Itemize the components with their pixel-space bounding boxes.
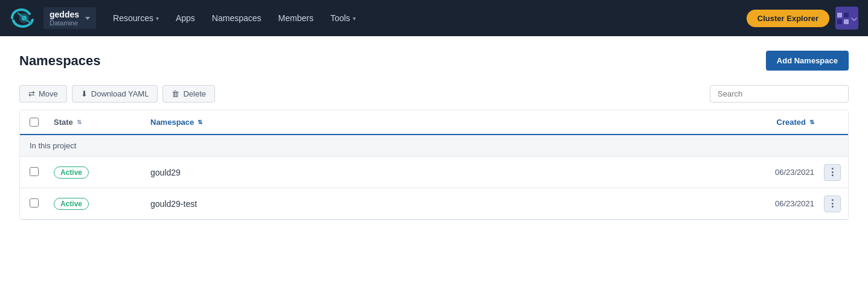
row-checkbox-1[interactable]	[25, 161, 49, 184]
table-row: Active gould29-test 06/23/2021 ⋮	[20, 188, 848, 220]
avatar-button[interactable]	[835, 7, 858, 30]
row-state-1: Active	[49, 160, 146, 185]
nav-item-tools[interactable]: Tools ▾	[323, 10, 363, 27]
table-header: State ⇅ Namespace ⇅ Created ⇅	[20, 110, 848, 135]
created-sort-icon: ⇅	[809, 119, 814, 125]
th-state[interactable]: State ⇅	[49, 110, 146, 134]
row-created-1: 06/23/2021	[722, 162, 819, 183]
row-select-checkbox-2[interactable]	[30, 198, 39, 207]
th-created[interactable]: Created ⇅	[722, 110, 819, 134]
row-action-button-1[interactable]: ⋮	[824, 164, 841, 181]
th-namespace[interactable]: Namespace ⇅	[146, 110, 722, 134]
org-name: geddes	[50, 10, 79, 19]
nav-item-namespaces[interactable]: Namespaces	[205, 10, 269, 27]
th-checkbox	[25, 110, 49, 134]
page-content: Namespaces Add Namespace ⇄ Move ⬇ Downlo…	[0, 36, 868, 235]
logo[interactable]	[10, 7, 39, 29]
page-header: Namespaces Add Namespace	[19, 51, 849, 71]
row-actions-1[interactable]: ⋮	[819, 158, 843, 187]
state-sort-icon: ⇅	[77, 119, 82, 125]
status-badge-2: Active	[54, 198, 89, 210]
cluster-explorer-button[interactable]: Cluster Explorer	[747, 10, 829, 27]
avatar-grid-icon	[837, 13, 849, 24]
nav-item-members[interactable]: Members	[271, 10, 321, 27]
org-sub: Datamine	[50, 19, 79, 27]
avatar-chevron-down-icon	[851, 13, 857, 23]
navbar-right: Cluster Explorer	[747, 7, 858, 30]
add-namespace-button[interactable]: Add Namespace	[766, 51, 849, 71]
row-action-button-2[interactable]: ⋮	[824, 195, 841, 212]
group-row: In this project	[20, 135, 848, 157]
search-input[interactable]	[710, 85, 849, 103]
main-nav: Resources ▾ Apps Namespaces Members Tool…	[106, 10, 742, 27]
table-row: Active gould29 06/23/2021 ⋮	[20, 157, 848, 188]
move-label: Move	[39, 89, 58, 98]
org-chevron-down-icon	[85, 17, 90, 20]
delete-icon: 🗑	[172, 89, 179, 98]
row-actions-2[interactable]: ⋮	[819, 189, 843, 218]
download-yaml-button[interactable]: ⬇ Download YAML	[72, 85, 158, 103]
row-state-2: Active	[49, 192, 146, 216]
row-namespace-1: gould29	[146, 162, 722, 183]
th-actions	[819, 110, 843, 134]
row-select-checkbox-1[interactable]	[30, 167, 39, 176]
move-button[interactable]: ⇄ Move	[19, 85, 67, 103]
delete-label: Delete	[183, 89, 206, 98]
toolbar: ⇄ Move ⬇ Download YAML 🗑 Delete	[19, 85, 849, 103]
move-icon: ⇄	[28, 89, 35, 98]
delete-button[interactable]: 🗑 Delete	[162, 85, 215, 103]
tools-chevron-down-icon: ▾	[353, 15, 356, 22]
group-label: In this project	[30, 141, 76, 150]
namespace-table: State ⇅ Namespace ⇅ Created ⇅ In this pr…	[19, 110, 849, 220]
namespace-sort-icon: ⇅	[198, 119, 202, 125]
row-checkbox-2[interactable]	[25, 192, 49, 215]
download-icon: ⬇	[81, 89, 88, 98]
org-selector[interactable]: geddes Datamine	[43, 7, 96, 29]
nav-item-resources[interactable]: Resources ▾	[106, 10, 166, 27]
status-badge-1: Active	[54, 166, 89, 179]
navbar: geddes Datamine Resources ▾ Apps Namespa…	[0, 0, 868, 36]
page-title: Namespaces	[19, 53, 101, 69]
nav-item-apps[interactable]: Apps	[169, 10, 202, 27]
select-all-checkbox[interactable]	[30, 118, 39, 127]
resources-chevron-down-icon: ▾	[156, 15, 159, 22]
row-namespace-2: gould29-test	[146, 193, 722, 215]
row-created-2: 06/23/2021	[722, 193, 819, 214]
search-container	[710, 85, 849, 103]
download-yaml-label: Download YAML	[91, 89, 149, 98]
